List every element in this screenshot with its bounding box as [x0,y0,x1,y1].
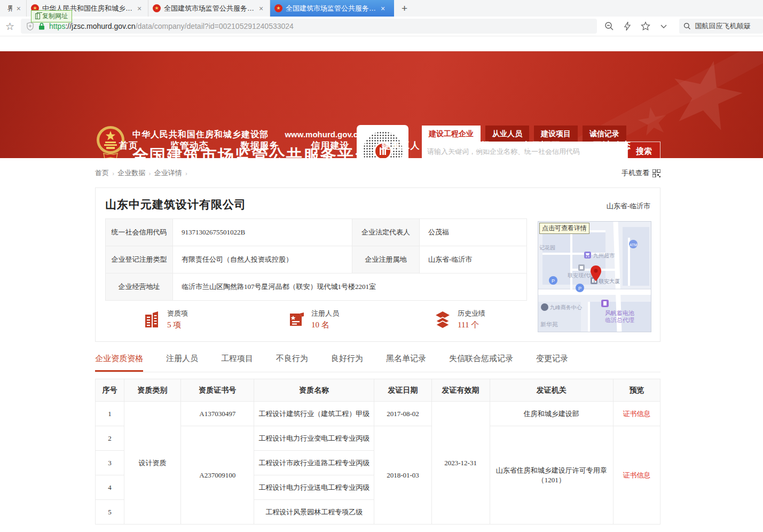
stat-qualifications: 资质项 5 项 [143,309,288,330]
tab-title: 全国建筑市场监管公共服务平台 [286,4,376,13]
screen: 界 中华人民共和国住房和城乡建设 全国建筑市场监管公共服务平台 全国建筑市场监管… [0,0,763,532]
map-label: 九峰商务中心 [550,304,583,310]
cert-info-link[interactable]: 证书信息 [623,410,650,418]
page-content: 首页› 企业数据› 企业详情› 手机查看 山东中元建筑设计有限公司 山东省-临沂… [95,168,660,525]
validity-date: 2023-12-31 [431,402,490,525]
map-canvas: 九州超市 ATM 记花园 联安现代城 P P 联安大厦 九峰商务中心 [538,222,651,332]
qualification-table: 序号 资质类别 资质证书号 资质名称 发证日期 发证有效期 发证机关 预览 1 … [95,379,660,525]
flash-icon[interactable] [623,21,632,31]
col-header: 资质证书号 [181,379,254,402]
tab-blacklist[interactable]: 黑名单记录 [386,354,426,372]
stat-label: 注册人员 [311,309,339,318]
table-row: 1 设计资质 A137030497 工程设计建筑行业（建筑工程）甲级 2017-… [96,402,660,426]
tab-title: 全国建筑市场监管公共服务平台 [164,4,255,13]
reg-type-value: 有限责任公司（自然人投资或控股） [173,246,352,273]
mobile-view-label: 手机查看 [622,168,649,178]
map-label: 联安现代城 [568,272,594,278]
tab-change-records[interactable]: 变更记录 [536,354,568,372]
favorite-star-icon[interactable] [641,21,650,31]
col-header: 资质名称 [254,379,374,402]
url-input[interactable]: https://jzsc.mohurd.gov.cn/data/company/… [21,19,597,34]
tab-dishonesty-records[interactable]: 失信联合惩戒记录 [449,354,513,372]
close-icon[interactable] [15,5,22,12]
col-header: 发证有效期 [431,379,490,402]
row-no: 5 [96,500,124,525]
field-label: 企业登记注册类型 [106,246,173,273]
qual-name: 工程设计电力行业送电工程专业丙级 [254,475,374,500]
nav-data-service[interactable]: 数据服务 [241,139,279,152]
site-header: 中华人民共和国住房和城乡建设部 www.mohurd.gov.cn 全国建筑市场… [0,51,763,158]
qual-name: 工程设计市政行业道路工程专业丙级 [254,451,374,475]
tab-registered-personnel[interactable]: 注册人员 [166,354,198,372]
map-label: 联安大厦 [599,278,620,284]
close-icon[interactable] [380,5,386,12]
issuing-authority: 山东省住房和城乡建设厅许可专用章 （1201） [490,426,613,525]
issuing-authority: 住房和城乡建设部 [490,402,613,426]
quick-search-text: 国航回应飞机颠簸 [695,21,750,31]
browser-tab-0[interactable]: 界 [0,0,27,17]
row-no: 2 [96,426,124,451]
table-row: 企业经营地址 临沂市兰山区陶然路107号星河晶都（联安）现代城1号楼2201室 [106,273,527,301]
new-tab-button[interactable]: + [394,0,415,17]
tab-bad-behavior[interactable]: 不良行为 [276,354,308,372]
emblem-favicon-icon [274,4,282,12]
url-host: ://jzsc.mohurd.gov.cn [65,22,135,30]
breadcrumb-company-data[interactable]: 企业数据 [117,168,145,178]
nav-site-news[interactable]: 网站动态 [593,139,631,152]
tab-projects[interactable]: 工程项目 [221,354,253,372]
tab-qualifications[interactable]: 企业资质资格 [95,354,143,372]
layers-icon [433,310,452,329]
company-info-table: 统一社会信用代码 91371302675501022B 企业法定代表人 公茂福 … [105,218,527,301]
close-icon[interactable] [136,5,143,12]
stat-value: 10 名 [311,320,339,330]
nav-policy[interactable]: 政策法规 [452,139,490,152]
browser-quick-search[interactable]: 国航回应飞机颠簸 [679,19,763,34]
issue-date: 2018-01-03 [374,426,431,525]
table-row: 统一社会信用代码 91371302675501022B 企业法定代表人 公茂福 [106,219,527,246]
map-tooltip: 点击可查看详情 [539,223,589,234]
qual-name: 工程设计电力行业变电工程专业丙级 [254,426,374,451]
chevron-down-icon[interactable] [659,21,668,31]
lock-icon [38,22,45,30]
qual-category: 设计资质 [124,402,181,525]
url-scheme: https [49,22,65,30]
breadcrumb-company-detail[interactable]: 企业详情 [154,168,182,178]
close-icon[interactable] [258,5,264,12]
col-header: 发证机关 [490,379,613,402]
nav-credit[interactable]: 信用建设 [311,139,350,152]
nav-workers[interactable]: 建筑工人 [381,139,420,152]
zoom-out-icon[interactable] [604,21,614,31]
company-name: 山东中元建筑设计有限公司 [105,197,246,212]
stat-value: 111 个 [458,320,485,330]
browser-tab-2[interactable]: 全国建筑市场监管公共服务平台 [148,0,270,17]
mobile-view-button[interactable]: 手机查看 [622,168,660,178]
field-label: 企业经营地址 [106,273,173,301]
map-label: ATM [630,243,637,247]
breadcrumb: 首页› 企业数据› 企业详情› [95,168,187,178]
bookmark-star-icon[interactable] [5,20,14,33]
browser-tab-3-active[interactable]: 全国建筑市场监管公共服务平台 [270,0,394,17]
cert-info-link[interactable]: 证书信息 [623,471,650,479]
tab-title: 界 [7,4,12,13]
tab-good-behavior[interactable]: 良好行为 [331,354,363,372]
table-header-row: 序号 资质类别 资质证书号 资质名称 发证日期 发证有效期 发证机关 预览 [96,379,660,402]
svg-text:P: P [578,286,581,291]
stat-registered-personnel: 注册人员 10 名 [288,309,433,330]
map-preview[interactable]: 点击可查看详情 九州超市 ATM 记花园 [538,221,651,332]
map-label: 记花园 [539,245,555,251]
browser-tab-bar: 界 中华人民共和国住房和城乡建设 全国建筑市场监管公共服务平台 全国建筑市场监管… [0,0,763,17]
map-label: 风帆蓄电池 [605,310,634,316]
search-icon [683,22,691,30]
nav-home[interactable]: 首页 [119,139,138,152]
row-no: 4 [96,475,124,500]
nav-supervision[interactable]: 监管动态 [170,139,209,152]
nav-e-license[interactable]: 电子证照 [522,139,561,152]
cert-no: A237009100 [181,426,254,525]
star-decoration [656,51,757,155]
url-path: /data/company/detail?id=0021052912405330… [136,22,294,30]
breadcrumb-home[interactable]: 首页 [95,168,109,178]
reg-region-value: 山东省-临沂市 [420,246,527,273]
svg-text:P: P [552,278,555,284]
row-no: 1 [96,402,124,426]
main-nav: 首页 监管动态 数据服务 信用建设 建筑工人 政策法规 电子证照 网站动态 [95,132,660,158]
